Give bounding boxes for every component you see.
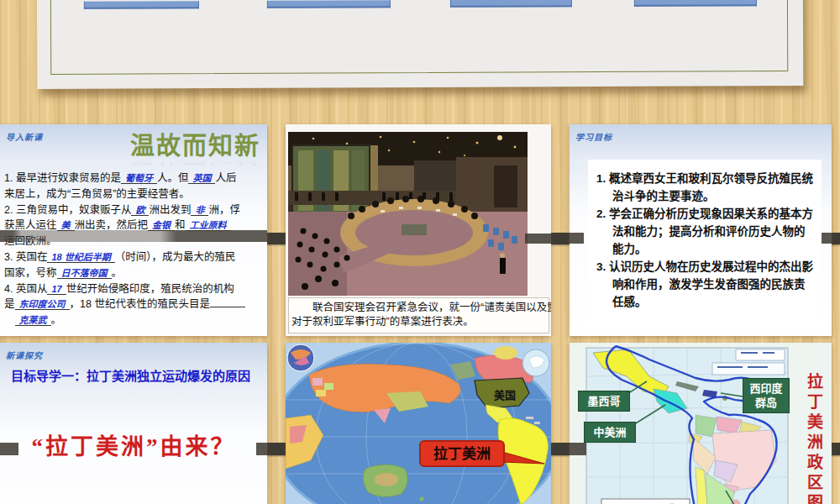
- greenland: [494, 346, 517, 360]
- quiz-text: 人。但: [157, 172, 189, 184]
- quiz-text: 来居上，成为“三角贸易”的主要经营者。: [4, 188, 190, 200]
- quiz-line: 来居上，成为“三角贸易”的主要经营者。: [4, 186, 264, 202]
- slide-world-map[interactable]: 美国 拉丁美洲: [286, 343, 551, 504]
- objective-item: 2. 学会正确分析历史现象因果关系的基本方法和能力；提高分析和评价历史人物的能力…: [596, 205, 813, 258]
- slide-un-photo[interactable]: 联合国安理会召开紧急会议，就一份“谴责美国以及盟国 对于叙利亚军事行动”的草案进…: [286, 124, 551, 336]
- un-photo-art: [288, 132, 528, 296]
- review-title-wrap: 温故而知新 温故而知新: [126, 126, 265, 173]
- quiz-text: ，18 世纪代表性的殖民头目是: [70, 298, 210, 310]
- rail-shadow-edge: [570, 443, 586, 455]
- quiz-answer: 英国: [188, 173, 215, 184]
- quiz-blank: [210, 297, 245, 307]
- blue-box-bottom-3: [450, 0, 572, 8]
- quiz-text: （时间），成为最大的殖民: [115, 251, 236, 263]
- quiz-text: 人后: [215, 172, 236, 184]
- quiz-answer: 非: [191, 205, 208, 216]
- review-quiz-lines: 1. 最早进行奴隶贸易的是葡萄牙人。但英国人后来居上，成为“三角贸易”的主要经营…: [4, 171, 264, 328]
- new-zealand: [420, 497, 424, 501]
- photo-caption: 联合国安理会召开紧急会议，就一份“谴责美国以及盟国 对于叙利亚军事行动”的草案进…: [288, 297, 549, 333]
- mural: [292, 145, 378, 216]
- label-mexico: 墨西哥: [578, 391, 630, 412]
- objectives-list: 1. 概述章西女王和玻利瓦尔领导反抗殖民统治斗争的主要事迹。2. 学会正确分析历…: [588, 160, 822, 331]
- un-security-council-photo: [288, 132, 528, 296]
- quiz-text: 国家，号称: [4, 267, 57, 279]
- slide-lead-in[interactable]: 新课探究 目标导学一：拉丁美洲独立运动爆发的原因 “拉丁美洲”由来？: [0, 343, 267, 504]
- lead-question: “拉丁美洲”由来？: [0, 428, 267, 461]
- quiz-text: 是: [4, 298, 15, 310]
- world-map-art: 美国 拉丁美洲: [286, 343, 551, 504]
- quiz-text: 洲出发到: [149, 204, 191, 216]
- objective-item: 3. 认识历史人物在历史发展过程中的杰出影响和作用，激发学生发奋图强的民族责任感…: [596, 258, 813, 311]
- quiz-text: 世纪开始侵略印度，殖民统治的机构: [66, 283, 234, 295]
- quiz-text: 2. 三角贸易中，奴隶贩子从: [4, 204, 131, 216]
- scale-inset: [601, 499, 690, 504]
- corner-label-daoru: 导入新课: [6, 130, 43, 143]
- rail-shadow-edge: [570, 233, 584, 244]
- latam-callout-label: 拉丁美洲: [433, 445, 491, 462]
- objective-item: 1. 概述章西女王和玻利瓦尔领导反抗殖民统治斗争的主要事迹。: [596, 170, 813, 205]
- lead-heading: 目标导学一：拉丁美洲独立运动爆发的原因: [11, 366, 250, 384]
- rail-shadow-edge: [525, 234, 551, 244]
- quiz-text: 洲，俘: [208, 204, 240, 216]
- latam-map-vertical-title: 拉丁美洲政区图: [802, 373, 825, 504]
- quiz-line: 4. 英国从17世纪开始侵略印度，殖民统治的机构: [4, 281, 264, 297]
- rail-shadow-edge: [822, 233, 832, 244]
- blue-box-bottom-2: [267, 0, 391, 8]
- label-central-america: 中美洲: [584, 422, 636, 443]
- quiz-answer: 17: [47, 284, 66, 295]
- rail-shadow-overlay: [0, 230, 267, 242]
- corner-label-xinke: 新课探究: [6, 349, 43, 361]
- corner-label-xuexi: 学习目标: [575, 130, 612, 143]
- quiz-answer: 葡萄牙: [121, 173, 157, 184]
- quiz-text: [4, 314, 15, 326]
- slide-objectives[interactable]: 学习目标 1. 概述章西女王和玻利瓦尔领导反抗殖民统治斗争的主要事迹。2. 学会…: [570, 124, 832, 336]
- rail-shadow-edge: [256, 443, 267, 455]
- quiz-line: 是东印度公司，18 世纪代表性的殖民头目是: [4, 297, 264, 312]
- slides-preview-page: 导入新课 温故而知新 温故而知新 1. 最早进行奴隶贸易的是葡萄牙人。但英国人后…: [0, 0, 840, 504]
- quiz-line: 2. 三角贸易中，奴隶贩子从欧洲出发到非洲，俘: [4, 202, 264, 218]
- quiz-answer: 18 世纪后半期: [47, 252, 114, 263]
- quiz-line: 克莱武。: [4, 312, 264, 328]
- quiz-text: 1. 最早进行奴隶贸易的是: [4, 172, 121, 184]
- blue-box-bottom-1: [84, 1, 199, 9]
- australia-interior: [375, 473, 398, 486]
- usa-label: 美国: [494, 389, 516, 402]
- quiz-text: 3. 英国在: [4, 251, 47, 263]
- quiz-line: 国家，号称日不落帝国。: [4, 265, 264, 281]
- quiz-answer: 克莱武: [15, 315, 51, 326]
- slide-review-quiz[interactable]: 导入新课 温故而知新 温故而知新 1. 最早进行奴隶贸易的是葡萄牙人。但英国人后…: [0, 124, 267, 336]
- quiz-text: 4. 英国从: [4, 283, 47, 295]
- quiz-answer: 欧: [131, 205, 149, 216]
- rail-shadow-edge: [0, 443, 18, 455]
- quiz-text: 。: [112, 267, 123, 279]
- quiz-answer: 东印度公司: [15, 299, 70, 310]
- caption-line-1: 联合国安理会召开紧急会议，就一份“谴责美国以及盟国: [291, 301, 547, 315]
- label-west-indies: 西印度群岛: [743, 378, 790, 413]
- review-title: 温故而知新: [126, 126, 265, 161]
- quiz-line: 1. 最早进行奴隶贸易的是葡萄牙人。但英国人后: [4, 171, 264, 186]
- quiz-line: 3. 英国在18 世纪后半期（时间），成为最大的殖民: [4, 249, 264, 265]
- quiz-text: 。: [51, 314, 62, 326]
- blue-box-bottom-4: [634, 0, 757, 7]
- caption-line-2: 对于叙利亚军事行动”的草案进行表决。: [291, 315, 547, 329]
- slide-latam-map[interactable]: 墨西哥 中美洲 西印度群岛 拉丁美洲政区图: [570, 343, 832, 504]
- quiz-answer: 日不落帝国: [57, 268, 112, 279]
- slide-inner-border: [50, 0, 789, 75]
- top-slide-partial[interactable]: [37, 0, 804, 89]
